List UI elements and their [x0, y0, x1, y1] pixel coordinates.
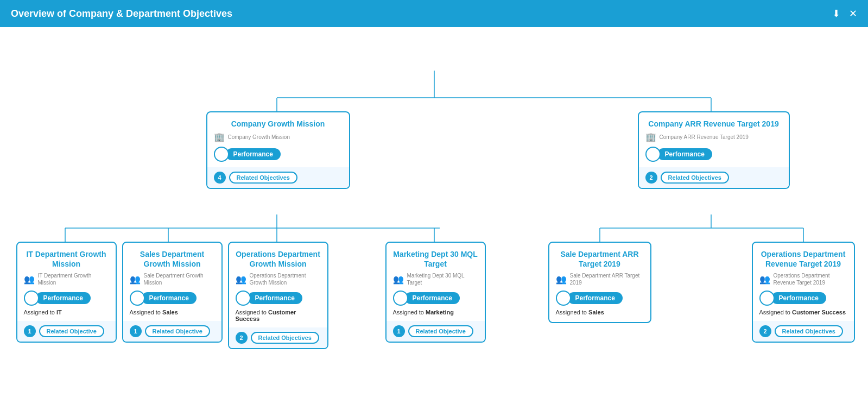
icon-row: 👥 Operations Department Revenue Target 2… [759, 272, 847, 286]
related-section: 1 Related Objective [123, 321, 221, 342]
related-count: 1 [130, 325, 142, 337]
marketing-dept-card: Marketing Dept 30 MQL Target 👥 Marketing… [385, 242, 486, 343]
perf-row: Performance [393, 291, 478, 306]
ops-dept-title: Operations Department Growth Mission [236, 249, 321, 269]
perf-circle [393, 291, 408, 306]
ops-revenue-card: Operations Department Revenue Target 201… [752, 242, 855, 343]
download-icon[interactable]: ⬇ [832, 8, 840, 20]
sales-dept-subtitle: Sale Department Growth Mission [144, 272, 215, 286]
perf-row: Performance [556, 291, 644, 306]
icon-row: 🏢 Company ARR Revenue Target 2019 [645, 132, 782, 142]
assigned-row: Assigned to Customer Success [236, 309, 321, 322]
assigned-row: Assigned to Sales [556, 309, 644, 315]
sale-arr-subtitle: Sale Department ARR Target 2019 [570, 272, 644, 286]
ops-dept-card: Operations Department Growth Mission 👥 O… [228, 242, 328, 349]
page-title: Overview of Company & Department Objecti… [11, 8, 232, 20]
related-row: 2 Related Objectives [645, 172, 729, 184]
company-arr-card: Company ARR Revenue Target 2019 🏢 Compan… [638, 111, 790, 189]
related-count: 2 [759, 325, 771, 337]
related-objectives-button[interactable]: Related Objective [408, 325, 473, 337]
perf-circle [130, 291, 145, 306]
header: Overview of Company & Department Objecti… [0, 0, 868, 27]
perf-row: Performance [645, 147, 782, 162]
related-objectives-button[interactable]: Related Objective [39, 325, 104, 337]
related-row: 1 Related Objective [24, 325, 104, 337]
perf-row: Performance [214, 147, 343, 162]
it-dept-card: IT Department Growth Mission 👥 IT Depart… [16, 242, 117, 343]
perf-row: Performance [759, 291, 847, 306]
related-section: 1 Related Objective [387, 321, 485, 342]
related-count: 2 [236, 332, 248, 344]
performance-button[interactable]: Performance [36, 292, 91, 304]
people-icon: 👥 [236, 274, 246, 285]
main-content: Company Growth Mission 🏢 Company Growth … [0, 27, 868, 404]
perf-circle [214, 147, 229, 162]
icon-row: 🏢 Company Growth Mission [214, 132, 343, 142]
perf-circle [236, 291, 251, 306]
marketing-dept-title: Marketing Dept 30 MQL Target [393, 249, 478, 269]
assigned-row: Assigned to Marketing [393, 309, 478, 315]
related-objectives-button[interactable]: Related Objective [145, 325, 210, 337]
related-count: 2 [645, 172, 657, 184]
performance-button[interactable]: Performance [771, 292, 826, 304]
ops-revenue-subtitle: Operations Department Revenue Target 201… [774, 272, 847, 286]
perf-circle [556, 291, 571, 306]
sale-arr-title: Sale Department ARR Target 2019 [556, 249, 644, 269]
perf-row: Performance [24, 291, 109, 306]
company-growth-subtitle: Company Growth Mission [228, 134, 290, 141]
marketing-dept-subtitle: Marketing Dept 30 MQL Target [407, 272, 478, 286]
related-objectives-button[interactable]: Related Objectives [229, 172, 297, 184]
performance-button[interactable]: Performance [226, 148, 281, 160]
related-count: 4 [214, 172, 226, 184]
related-section: 1 Related Objective [17, 321, 116, 342]
perf-circle [645, 147, 661, 162]
assigned-row: Assigned to Sales [130, 309, 215, 315]
sale-arr-card: Sale Department ARR Target 2019 👥 Sale D… [548, 242, 651, 323]
company-growth-card: Company Growth Mission 🏢 Company Growth … [206, 111, 350, 189]
related-row: 2 Related Objectives [759, 325, 843, 337]
building-icon: 🏢 [214, 132, 225, 142]
related-section: 2 Related Objectives [753, 321, 854, 342]
icon-row: 👥 Sale Department Growth Mission [130, 272, 215, 286]
it-dept-subtitle: IT Department Growth Mission [38, 272, 109, 286]
perf-row: Performance [130, 291, 215, 306]
performance-button[interactable]: Performance [657, 148, 712, 160]
people-icon: 👥 [130, 274, 141, 285]
related-objectives-button[interactable]: Related Objectives [251, 332, 319, 344]
icon-row: 👥 Marketing Dept 30 MQL Target [393, 272, 478, 286]
sales-dept-title: Sales Department Growth Mission [130, 249, 215, 269]
tree-container: Company Growth Mission 🏢 Company Growth … [5, 27, 863, 396]
performance-button[interactable]: Performance [248, 292, 302, 304]
related-section: 2 Related Objectives [229, 327, 327, 348]
ops-dept-subtitle: Operations Department Growth Mission [250, 272, 321, 286]
performance-button[interactable]: Performance [568, 292, 623, 304]
people-icon: 👥 [759, 274, 770, 285]
assigned-row: Assigned to IT [24, 309, 109, 315]
building-icon: 🏢 [645, 132, 656, 142]
people-icon: 👥 [24, 274, 35, 285]
people-icon: 👥 [393, 274, 404, 285]
related-row: 1 Related Objective [393, 325, 473, 337]
related-section: 4 Related Objectives [207, 167, 349, 188]
people-icon: 👥 [556, 274, 567, 285]
sales-dept-card: Sales Department Growth Mission 👥 Sale D… [122, 242, 223, 343]
company-arr-title: Company ARR Revenue Target 2019 [645, 119, 782, 129]
related-count: 1 [24, 325, 36, 337]
related-row: 2 Related Objectives [236, 332, 319, 344]
perf-circle [759, 291, 775, 306]
related-objectives-button[interactable]: Related Objectives [661, 172, 729, 184]
related-objectives-button[interactable]: Related Objectives [775, 325, 843, 337]
icon-row: 👥 Operations Department Growth Mission [236, 272, 321, 286]
performance-button[interactable]: Performance [405, 292, 460, 304]
header-actions: ⬇ ✕ [832, 8, 857, 20]
company-arr-subtitle: Company ARR Revenue Target 2019 [660, 134, 749, 141]
perf-circle [24, 291, 39, 306]
related-row: 4 Related Objectives [214, 172, 297, 184]
icon-row: 👥 Sale Department ARR Target 2019 [556, 272, 644, 286]
close-icon[interactable]: ✕ [849, 8, 857, 20]
company-growth-title: Company Growth Mission [214, 119, 343, 129]
it-dept-title: IT Department Growth Mission [24, 249, 109, 269]
perf-row: Performance [236, 291, 321, 306]
performance-button[interactable]: Performance [142, 292, 197, 304]
icon-row: 👥 IT Department Growth Mission [24, 272, 109, 286]
